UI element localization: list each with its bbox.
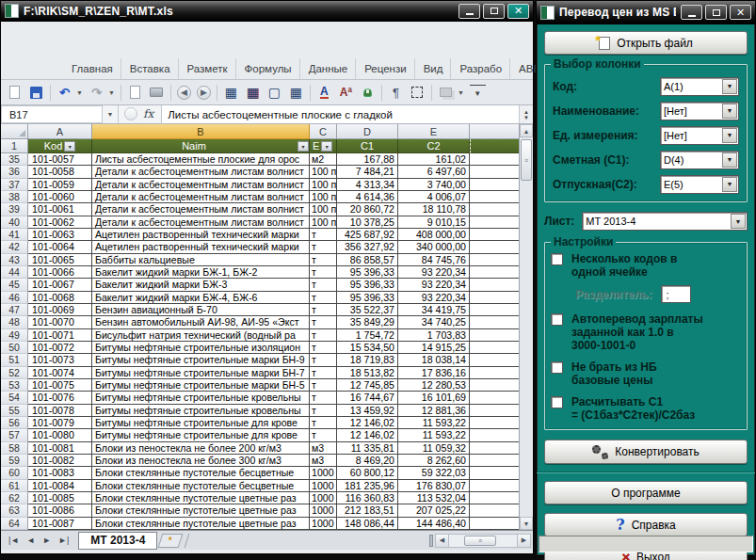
table-row[interactable]: 52 101-0074 Битумы нефтяные строительные… xyxy=(1,367,533,379)
filter-icon[interactable]: ▾ xyxy=(321,141,332,152)
cell-c2[interactable]: 1 703,83 xyxy=(398,329,470,342)
converter-titlebar[interactable]: Перевод цен из MS Ex... ✕ xyxy=(537,1,755,24)
cell-c2[interactable]: 34 419,75 xyxy=(398,304,470,316)
cell-c2[interactable]: 93 220,34 xyxy=(398,292,470,304)
ribbon-tab[interactable]: Разметк xyxy=(179,58,236,79)
cell-unit[interactable]: т xyxy=(310,292,337,304)
last-sheet-icon[interactable]: ►| xyxy=(55,536,72,545)
cell-unit[interactable]: т xyxy=(310,329,337,342)
cell-c1[interactable]: 12 146,02 xyxy=(337,417,398,429)
row-number[interactable]: 40 xyxy=(1,216,28,229)
cell-kod[interactable]: 101-0060 xyxy=(28,191,92,203)
scroll-down-icon[interactable]: ▼ xyxy=(520,517,533,530)
cell-c2[interactable]: 34 740,25 xyxy=(398,316,470,328)
table-row[interactable]: 48 101-0070 Бензин автомобильный АИ-98, … xyxy=(1,316,533,328)
cell-naim[interactable]: Листы асбестоцементные плоские для орос xyxy=(92,153,310,166)
row-number[interactable]: 64 xyxy=(1,518,28,530)
table-row[interactable]: 56 101-0079 Битумы нефтяные строительные… xyxy=(1,417,533,429)
row-number[interactable]: 54 xyxy=(1,392,28,404)
cell-kod[interactable]: 101-0059 xyxy=(28,179,92,191)
undo-icon[interactable]: ↶ xyxy=(56,85,72,101)
cell-kod[interactable]: 101-0057 xyxy=(28,153,92,166)
cell-kod[interactable]: 101-0084 xyxy=(28,480,92,492)
row-number[interactable]: 36 xyxy=(1,166,28,178)
cell-kod[interactable]: 101-0070 xyxy=(28,316,92,328)
row-number[interactable]: 45 xyxy=(1,279,28,291)
row-number[interactable]: 35 xyxy=(1,153,28,166)
cell-kod[interactable]: 101-0079 xyxy=(28,417,92,429)
cell-naim[interactable]: Детали к асбестоцементным листам волнист xyxy=(92,191,310,203)
cell-empty[interactable] xyxy=(470,229,521,241)
cell-unit[interactable]: т xyxy=(310,379,337,392)
header-cell-unit[interactable]: E▾ xyxy=(310,139,337,153)
select-objects-icon[interactable] xyxy=(410,85,426,101)
scroll-left-icon[interactable]: ◀ xyxy=(435,534,449,548)
cell-kod[interactable]: 101-0069 xyxy=(28,304,92,316)
cell-empty[interactable] xyxy=(470,216,521,229)
select-all-corner[interactable] xyxy=(1,124,28,139)
header-cell-c2[interactable]: C2 xyxy=(398,139,470,153)
cell-c2[interactable]: 340 000,00 xyxy=(398,241,470,253)
table-icon[interactable]: ▦ xyxy=(288,85,304,101)
cell-naim[interactable]: Бакелит жидкий марки БЖ-3 xyxy=(92,279,310,291)
cell-c2[interactable]: 11 593,22 xyxy=(398,417,470,429)
cell-c1[interactable]: 35 849,29 xyxy=(337,316,398,328)
column-dropdown[interactable]: D(4) ▼ xyxy=(660,151,739,169)
cell-naim[interactable]: Бензин автомобильный АИ-98, АИ-95 «Экст xyxy=(92,316,310,328)
cell-naim[interactable]: Битумы нефтяные строительные изоляцион xyxy=(92,342,310,354)
group-shapes-icon[interactable] xyxy=(438,85,454,101)
cell-c2[interactable]: 18 110,78 xyxy=(398,203,470,216)
chevron-down-icon[interactable]: ▼ xyxy=(722,128,737,143)
cell-kod[interactable]: 101-0065 xyxy=(28,254,92,266)
vertical-scroll-thumb[interactable]: ≡ xyxy=(521,139,532,181)
cell-empty[interactable] xyxy=(470,166,521,178)
sheet-tab[interactable]: MT 2013-4 xyxy=(78,532,157,550)
cell-c1[interactable]: 95 396,33 xyxy=(337,292,398,304)
row-number[interactable]: 42 xyxy=(1,241,28,253)
cell-unit[interactable]: 100 п xyxy=(310,191,337,203)
cell-naim[interactable]: Блоки из пеностекла не более 200 кг/м3 xyxy=(92,442,310,455)
table-row[interactable]: 55 101-0078 Битумы нефтяные строительные… xyxy=(1,405,533,417)
text-direction-icon[interactable]: ¶ xyxy=(388,85,404,101)
table-row[interactable]: 59 101-0082 Блоки из пеностекла не более… xyxy=(1,455,533,467)
redo-icon[interactable]: ↷ xyxy=(88,85,105,101)
print-preview-icon[interactable] xyxy=(127,85,143,101)
table-row[interactable]: 58 101-0081 Блоки из пеностекла не более… xyxy=(1,442,533,455)
cell-c2[interactable]: 176 830,07 xyxy=(398,480,470,492)
cell-unit[interactable]: м2 xyxy=(310,153,337,166)
cell-c2[interactable]: 17 836,16 xyxy=(398,367,470,379)
back-icon[interactable]: ◀ xyxy=(177,86,191,100)
table-row[interactable]: 51 101-0073 Битумы нефтяные строительные… xyxy=(1,354,533,366)
salary-autoconvert-checkbox[interactable] xyxy=(551,313,563,326)
cell-unit[interactable]: т xyxy=(310,417,337,429)
cell-empty[interactable] xyxy=(470,504,521,517)
cell-empty[interactable] xyxy=(470,392,521,404)
column-dropdown[interactable]: A(1) ▼ xyxy=(660,77,739,96)
tab-split-handle[interactable] xyxy=(429,535,433,547)
row-number[interactable]: 57 xyxy=(1,429,28,441)
format-icon[interactable]: A xyxy=(316,85,332,101)
table-row[interactable]: 44 101-0066 Бакелит жидкий марки БЖ-1, Б… xyxy=(1,266,533,279)
cell-kod[interactable]: 101-0068 xyxy=(28,292,92,304)
table-row[interactable]: 39 101-0061 Детали к асбестоцементным ли… xyxy=(1,203,533,216)
row-number[interactable]: 43 xyxy=(1,254,28,266)
cell-kod[interactable]: 101-0066 xyxy=(28,266,92,279)
group-dropdown-icon[interactable]: ▼ xyxy=(458,89,464,96)
ribbon-tab[interactable]: Рецензи xyxy=(356,58,414,79)
cell-empty[interactable] xyxy=(470,442,521,455)
cell-kod[interactable]: 101-0075 xyxy=(28,379,92,392)
row-number[interactable]: 63 xyxy=(1,504,28,517)
cell-c2[interactable]: 12 280,53 xyxy=(398,379,470,392)
cell-c1[interactable]: 18 719,83 xyxy=(337,354,398,366)
cell-empty[interactable] xyxy=(470,354,521,366)
chevron-down-icon[interactable]: ▼ xyxy=(722,104,737,119)
header-cell-naim[interactable]: Naim▾ xyxy=(92,139,310,153)
ribbon-tab[interactable]: Данные xyxy=(300,58,357,79)
cell-empty[interactable] xyxy=(470,480,521,492)
cell-c2[interactable]: 59 322,03 xyxy=(398,467,470,479)
table-row[interactable]: 43 101-0065 Баббиты кальциевые т 86 858,… xyxy=(1,254,533,266)
table-row[interactable]: 62 101-0085 Блоки стеклянные пустотелые … xyxy=(1,492,533,504)
row-number[interactable]: 48 xyxy=(1,316,28,328)
close-button[interactable]: ✕ xyxy=(730,5,751,20)
row-number[interactable]: 51 xyxy=(1,354,28,366)
